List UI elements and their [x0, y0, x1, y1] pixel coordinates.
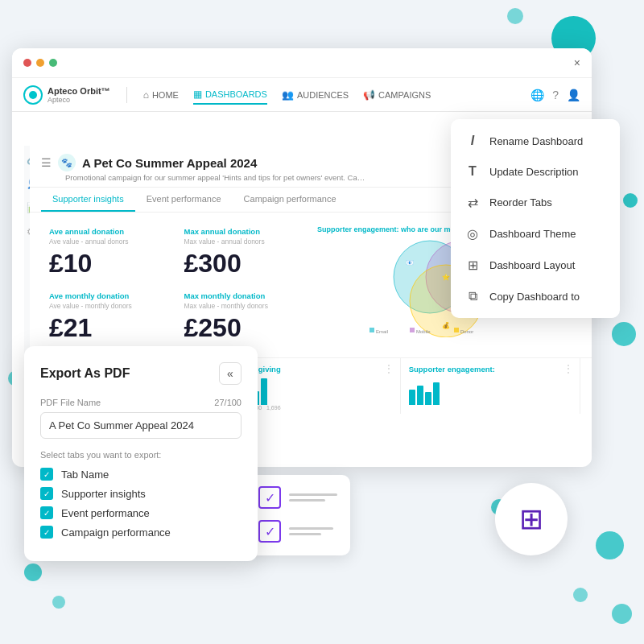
- svg-rect-11: [454, 328, 459, 332]
- bar-12: [417, 386, 423, 406]
- check-lines-2: [289, 527, 333, 535]
- deco-dot-8: [24, 564, 42, 581]
- check-line-1b: [289, 499, 325, 502]
- nav-item-home[interactable]: ⌂ HOME: [143, 86, 179, 104]
- update-desc-label: Update Description: [489, 166, 579, 178]
- stat-ave-annual: Ave annual donation Ave value - annual d…: [41, 221, 176, 285]
- check-line-2b: [289, 533, 321, 535]
- copy-dashboard-icon-circle[interactable]: ⊞: [495, 483, 568, 555]
- rename-label: Rename Dashboard: [489, 135, 583, 147]
- stat-max-annual-value: £300: [184, 249, 303, 279]
- nav-item-audiences[interactable]: 👥 AUDIENCES: [282, 86, 349, 104]
- update-desc-icon: T: [465, 164, 480, 179]
- dropdown-dashboard-layout[interactable]: ⊞ Dashboard Layout: [451, 250, 620, 281]
- export-checkbox-tabname[interactable]: ✓ Tab Name: [40, 468, 242, 481]
- export-char-count: 27/100: [214, 398, 242, 407]
- back-arrow-icon: «: [227, 367, 233, 380]
- bottom-card-3-more[interactable]: ⋮: [564, 363, 573, 374]
- nav-dashboards-label: DASHBOARDS: [205, 89, 267, 99]
- hamburger-icon[interactable]: ☰: [41, 156, 52, 169]
- export-header: Export As PDF «: [40, 362, 242, 385]
- export-filename-input[interactable]: [40, 412, 242, 439]
- stat-ave-monthly-value: £21: [49, 313, 168, 343]
- stat-max-monthly-value: £250: [184, 313, 303, 343]
- checklist-row-1: ✓: [258, 486, 337, 509]
- svg-text:Email: Email: [376, 329, 388, 334]
- nav-right: 🌐 ? 👤: [530, 89, 580, 101]
- dot-red[interactable]: [23, 59, 31, 67]
- rename-icon: I: [465, 134, 480, 148]
- svg-text:📧: 📧: [406, 258, 414, 266]
- app-nav: Apteco Orbit™ Apteco ⌂ HOME ▦ DASHBOARDS…: [12, 78, 592, 112]
- check-box-1: ✓: [258, 486, 281, 509]
- nav-audiences-label: AUDIENCES: [297, 90, 349, 100]
- deco-dot-9: [52, 596, 65, 609]
- logo-text: Apteco Orbit™: [47, 86, 110, 96]
- campaigns-icon: 📢: [363, 89, 375, 101]
- checkbox-supporter-icon: ✓: [40, 487, 53, 500]
- svg-text:Donor: Donor: [460, 329, 473, 334]
- deco-dot-3: [507, 8, 523, 24]
- stat-ave-annual-label: Ave annual donation: [49, 227, 168, 236]
- deco-dot-6: [612, 322, 636, 346]
- browser-close-button[interactable]: ×: [574, 56, 580, 69]
- bottom-card-2-more[interactable]: ⋮: [384, 363, 394, 374]
- tab-event-performance[interactable]: Event performance: [135, 188, 233, 212]
- bottom-card-3-title: Supporter engagement:: [409, 365, 572, 374]
- checkbox-campaign-label: Campaign performance: [61, 526, 171, 539]
- export-field-label-row: PDF File Name 27/100: [40, 398, 242, 407]
- bar-14: [433, 382, 440, 405]
- user-icon[interactable]: 👤: [567, 89, 580, 101]
- check-box-2: ✓: [258, 520, 281, 543]
- audiences-icon: 👥: [282, 89, 294, 101]
- dropdown-reorder-tabs[interactable]: ⇄ Reorder Tabs: [451, 187, 620, 218]
- nav-home-label: HOME: [152, 90, 179, 100]
- logo-circle: [23, 85, 43, 105]
- dot-green[interactable]: [49, 59, 57, 67]
- dot-yellow[interactable]: [36, 59, 44, 67]
- browser-dots: [23, 59, 57, 67]
- bottom-card-3: Supporter engagement: ⋮: [401, 358, 580, 414]
- dropdown-menu: I Rename Dashboard T Update Description …: [451, 119, 620, 318]
- stat-ave-annual-sublabel: Ave value - annual donors: [49, 237, 168, 246]
- stat-max-monthly-sublabel: Max value - monthly donors: [184, 302, 303, 310]
- checkbox-tabname-label: Tab Name: [61, 469, 109, 481]
- checklist-row-2: ✓: [258, 520, 337, 543]
- nav-item-campaigns[interactable]: 📢 CAMPAIGNS: [363, 86, 431, 104]
- checkbox-supporter-label: Supporter insights: [61, 488, 146, 500]
- tab-campaign-performance[interactable]: Campaign performance: [233, 188, 348, 212]
- checklist-card: ✓ ✓: [246, 475, 350, 555]
- export-checkbox-supporter-insights[interactable]: ✓ Supporter insights: [40, 487, 242, 500]
- help-icon[interactable]: ?: [552, 89, 559, 101]
- reorder-icon: ⇄: [465, 195, 480, 210]
- browser-titlebar: ×: [12, 48, 592, 78]
- stat-max-monthly: Max monthly donation Max value - monthly…: [176, 285, 312, 349]
- stat-max-annual: Max annual donation Max value - annual d…: [176, 221, 312, 285]
- check-lines-1: [289, 493, 337, 502]
- dashboards-icon: ▦: [193, 89, 202, 100]
- dropdown-update-description[interactable]: T Update Description: [451, 156, 620, 187]
- export-checkbox-campaign-performance[interactable]: ✓ Campaign performance: [40, 526, 242, 539]
- export-back-button[interactable]: «: [219, 362, 242, 385]
- checkbox-tabname-icon: ✓: [40, 468, 53, 481]
- logo-inner: [29, 91, 37, 99]
- mini-bars-3: [409, 377, 572, 405]
- export-field-name-label: PDF File Name: [40, 398, 101, 407]
- deco-dot-10: [596, 531, 624, 559]
- checkbox-campaign-icon: ✓: [40, 526, 53, 539]
- globe-icon[interactable]: 🌐: [530, 89, 544, 101]
- svg-rect-7: [369, 328, 374, 332]
- tab-supporter-insights[interactable]: Supporter insights: [41, 188, 135, 212]
- dropdown-copy-dashboard[interactable]: ⧉ Copy Dashboard to: [451, 281, 620, 312]
- svg-text:💰: 💰: [442, 321, 450, 329]
- dropdown-rename-dashboard[interactable]: I Rename Dashboard: [451, 126, 620, 156]
- nav-item-dashboards[interactable]: ▦ DASHBOARDS: [193, 85, 267, 105]
- export-checkbox-event-performance[interactable]: ✓ Event performance: [40, 506, 242, 519]
- dashboard-description: Promotional campaign for our summer appe…: [65, 173, 371, 182]
- layout-icon: ⊞: [465, 258, 480, 273]
- dashboard-title-row: ☰ 🐾 A Pet Co Summer Appeal 2024: [41, 154, 371, 171]
- stat-max-annual-label: Max annual donation: [184, 227, 303, 236]
- logo-text-group: Apteco Orbit™ Apteco: [47, 86, 110, 104]
- app-logo: Apteco Orbit™ Apteco: [23, 85, 110, 105]
- dropdown-dashboard-theme[interactable]: ◎ Dashboard Theme: [451, 218, 620, 250]
